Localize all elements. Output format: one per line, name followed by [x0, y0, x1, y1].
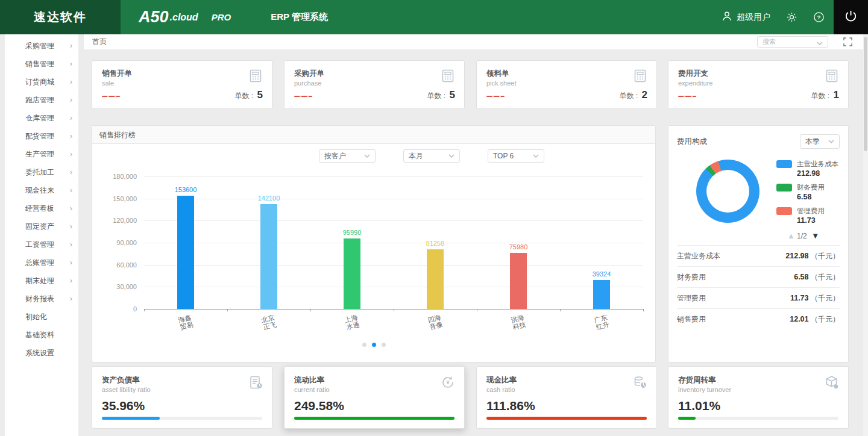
search-placeholder: 搜索: [763, 37, 776, 46]
stat-card-采购开单[interactable]: 采购开单purchase单数 : 5: [284, 60, 465, 109]
bar-category-label: 洪海 科技: [476, 305, 561, 340]
user-menu[interactable]: 超级用户: [722, 11, 770, 23]
ratio-card-存货周转率[interactable]: 存货周转率inventory turnover11.01%: [668, 366, 849, 429]
chevron-right-icon: ›: [70, 272, 72, 290]
sidebar-item-生产管理[interactable]: 生产管理›: [5, 145, 78, 163]
pager-down-icon[interactable]: ▼: [811, 231, 819, 240]
chevron-down-icon: [817, 37, 823, 48]
coins-icon: [632, 375, 648, 393]
sidebar-item-工资管理[interactable]: 工资管理›: [5, 235, 78, 254]
ratio-card-现金比率[interactable]: 现金比率cash ratio111.86%: [476, 366, 657, 429]
ratio-card-value: 35.96%: [92, 399, 272, 413]
chevron-right-icon: ›: [70, 254, 72, 272]
ratio-card-title: 资产负债率: [92, 367, 272, 385]
bar-category-label: 广东 红升: [559, 305, 644, 340]
sidebar-item-基础资料[interactable]: 基础资料: [5, 326, 78, 344]
sidebar-item-委托加工[interactable]: 委托加工›: [5, 163, 78, 181]
select-value: TOP 6: [493, 152, 514, 160]
expense-list: 主营业务成本212.98 （千元）财务费用6.58 （千元）管理费用11.73 …: [677, 245, 840, 329]
stat-card-领料单[interactable]: 领料单pick sheet单数 : 2: [476, 60, 657, 109]
carousel-dot[interactable]: [382, 343, 386, 347]
sidebar-item-仓库管理[interactable]: 仓库管理›: [5, 109, 78, 127]
power-logout-button[interactable]: [834, 0, 868, 34]
sales-bar-chart: 180,000150,000120,00090,00060,00030,0000…: [102, 176, 644, 357]
bar[interactable]: [427, 249, 444, 309]
bar-category-label: 海鑫 贸易: [143, 305, 228, 340]
stat-card-red-dash: [678, 96, 696, 98]
stat-card-subtitle: sale: [92, 79, 272, 87]
ratio-card-value: 11.01%: [668, 399, 848, 413]
gear-icon[interactable]: [786, 11, 797, 23]
ratio-card-流动比率[interactable]: 流动比率current ratio249.58%¥: [284, 366, 465, 429]
bar[interactable]: [510, 253, 527, 309]
ratio-card-subtitle: asset libility ratio: [92, 386, 272, 393]
stat-card-red-dash: [486, 96, 505, 98]
sidebar-item-销售管理[interactable]: 销售管理›: [5, 55, 78, 73]
sidebar-item-固定资产[interactable]: 固定资产›: [5, 217, 78, 235]
bar[interactable]: [177, 196, 194, 309]
sidebar-item-期末处理[interactable]: 期末处理›: [5, 272, 78, 290]
y-axis-tick-label: 60,000: [102, 261, 137, 269]
pager-up-icon[interactable]: ▲: [787, 231, 795, 240]
calculator-icon: [632, 68, 648, 86]
x-axis-tick: [144, 309, 145, 311]
bar[interactable]: [344, 238, 360, 309]
expense-unit: （千元）: [811, 294, 840, 302]
progress-fill: [102, 417, 160, 420]
power-icon: [844, 9, 858, 25]
calculator-icon: [824, 68, 840, 86]
sidebar-item-财务报表[interactable]: 财务报表›: [5, 290, 78, 308]
expense-value: 212.98: [785, 252, 811, 260]
carousel-dot[interactable]: [362, 343, 366, 347]
stat-card-count: 单数 : 1: [811, 89, 839, 101]
bar[interactable]: [260, 204, 277, 309]
breadcrumb-home-tab[interactable]: 首页: [92, 34, 107, 49]
stat-card-费用开支[interactable]: 费用开支expenditure单数 : 1: [668, 60, 849, 109]
select-value: 按客户: [324, 151, 346, 161]
stat-card-subtitle: expenditure: [668, 79, 848, 87]
scrollbar-thumb[interactable]: [864, 37, 867, 151]
ratio-card-资产负债率[interactable]: 资产负债率asset libility ratio35.96%: [92, 366, 272, 429]
sidebar-item-系统设置[interactable]: 系统设置: [5, 344, 78, 362]
legend-swatch: [776, 184, 792, 192]
legend-label: 财务费用: [797, 183, 825, 192]
stat-card-title: 销售开单: [92, 61, 272, 79]
help-icon[interactable]: ?: [813, 11, 825, 23]
bar-category-label: 上海 水通: [310, 305, 394, 340]
select-period[interactable]: 本月: [403, 149, 460, 163]
chevron-right-icon: ›: [70, 91, 72, 109]
sidebar-item-label: 总账管理: [25, 258, 54, 267]
bar-column: 153600海鑫 贸易: [144, 176, 227, 309]
bar-category-label: 北京 正飞: [227, 305, 311, 340]
sidebar-item-跑店管理[interactable]: 跑店管理›: [5, 91, 78, 109]
carousel-dot-active[interactable]: [372, 343, 376, 347]
sidebar-item-采购管理[interactable]: 采购管理›: [5, 37, 78, 55]
chevron-right-icon: ›: [70, 55, 72, 73]
search-input[interactable]: 搜索: [757, 36, 828, 48]
chevron-right-icon: ›: [70, 109, 72, 127]
expense-unit: （千元）: [811, 315, 840, 323]
fullscreen-icon[interactable]: [843, 37, 852, 46]
sidebar-item-现金往来[interactable]: 现金往来›: [5, 181, 78, 199]
sidebar-item-总账管理[interactable]: 总账管理›: [5, 254, 78, 272]
chevron-right-icon: ›: [70, 181, 72, 199]
sidebar-item-经营看板[interactable]: 经营看板›: [5, 199, 78, 217]
sidebar-item-label: 经营看板: [25, 204, 54, 213]
chevron-right-icon: ›: [70, 163, 72, 181]
ratio-card-title: 流动比率: [285, 367, 464, 385]
period-select[interactable]: 本季: [800, 134, 840, 149]
x-axis-tick: [477, 309, 477, 311]
header-actions: 超级用户 ?: [722, 0, 825, 34]
stat-card-销售开单[interactable]: 销售开单sale单数 : 5: [92, 60, 272, 109]
select-top-n[interactable]: TOP 6: [488, 149, 544, 163]
bar[interactable]: [593, 280, 610, 309]
select-group-by[interactable]: 按客户: [319, 149, 376, 163]
progress-track: [678, 417, 838, 420]
sidebar-item-label: 采购管理: [25, 42, 54, 50]
sidebar-item-配货管理[interactable]: 配货管理›: [5, 127, 78, 145]
vertical-scrollbar[interactable]: [863, 34, 868, 436]
sidebar-item-初始化[interactable]: 初始化: [5, 308, 78, 326]
product-title: A50 .cloud PRO ERP 管理系统: [139, 0, 328, 34]
sidebar-item-label: 工资管理: [25, 240, 54, 249]
sidebar-item-订货商城[interactable]: 订货商城›: [5, 73, 78, 91]
